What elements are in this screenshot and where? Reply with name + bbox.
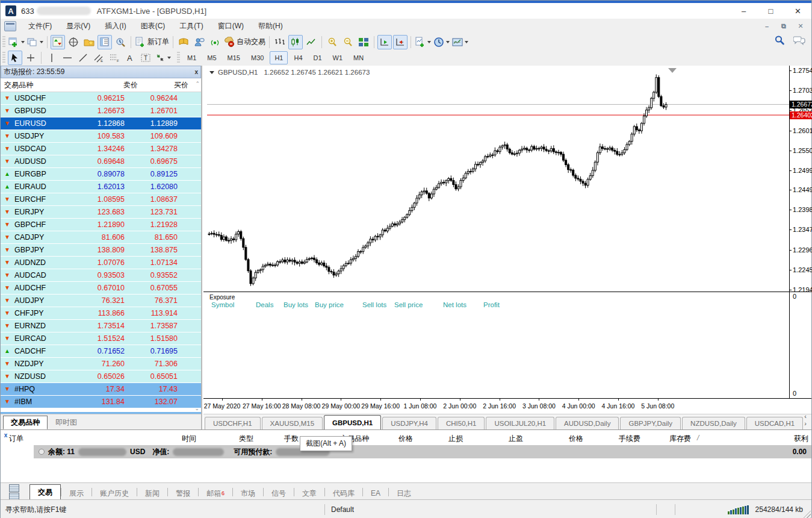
market-watch-row-USDCAD[interactable]: ▼USDCAD1.342461.34278 <box>1 143 201 155</box>
chart-tab-chi50-h1[interactable]: CHI50,H1 <box>438 417 485 429</box>
autoscroll-button[interactable] <box>377 35 392 49</box>
close-button[interactable]: ✕ <box>784 3 811 19</box>
market-watch-tab-ticks[interactable]: 即时图 <box>48 416 85 429</box>
zoom-in-button[interactable] <box>325 35 339 49</box>
chart-tab-usoiljul20-h1[interactable]: USOILJUL20,H1 <box>486 417 554 429</box>
bottom-tab-10[interactable]: EA <box>363 487 388 500</box>
market-watch-row-AUDNZD[interactable]: ▼AUDNZD1.070761.07134 <box>1 257 201 269</box>
bottom-tab-5[interactable]: 邮箱6 <box>199 487 232 500</box>
navigator-button[interactable] <box>82 35 96 49</box>
menu-item-6[interactable]: 帮助(H) <box>251 19 290 34</box>
bottom-tab-1[interactable]: 展示 <box>61 487 91 500</box>
bottom-tab-4[interactable]: 警报 <box>168 487 198 500</box>
column-sell[interactable]: 卖价 <box>84 80 138 90</box>
exposure-column-sell-lots[interactable]: Sell lots <box>362 301 386 308</box>
market-watch-row-AUDUSD[interactable]: ▼AUDUSD0.696480.69675 <box>1 155 201 168</box>
bottom-tab-9[interactable]: 代码库 <box>325 487 362 500</box>
balance-row[interactable]: 余额: 11 USD 净值: 可用预付款: 0.00 <box>34 445 811 458</box>
terminal-column-10[interactable]: 库存费 <box>643 434 691 444</box>
market-watch-row-EURUSD[interactable]: ▼EURUSD1.128681.12889 <box>1 117 201 130</box>
market-watch-row-EURGBP[interactable]: ▲EURGBP0.890780.89125 <box>1 168 201 181</box>
market-watch-row-NZDUSD[interactable]: ▼NZDUSD0.650260.65051 <box>1 370 201 383</box>
indicators-button[interactable] <box>414 35 432 49</box>
market-watch-row-CADJPY[interactable]: ▼CADJPY81.60681.650 <box>1 231 201 244</box>
market-watch-row-EURCAD[interactable]: ▼EURCAD1.515241.51580 <box>1 332 201 345</box>
terminal-column-11[interactable]: 获利 <box>760 434 808 444</box>
terminal-column-3[interactable]: 手数 <box>250 434 299 444</box>
terminal-column-7[interactable]: 止盈 <box>475 434 523 444</box>
chat-bubbles-icon[interactable] <box>793 35 805 46</box>
chat-button[interactable] <box>192 35 206 49</box>
bottom-tab-0[interactable]: 交易 <box>29 484 61 500</box>
chart-tabs-scroll-arrows[interactable]: ‹ › <box>804 413 807 429</box>
candles-button[interactable] <box>288 35 303 49</box>
timeframe-w1[interactable]: W1 <box>328 51 348 64</box>
chart-tab-usdjpy-h4[interactable]: USDJPY,H4 <box>382 417 436 429</box>
toolbar-grip[interactable] <box>2 36 5 48</box>
profiles-dropdown-icon[interactable] <box>40 41 43 43</box>
clock-button[interactable] <box>433 35 450 49</box>
mdi-minimize-button[interactable]: – <box>758 20 775 32</box>
exposure-column-profit[interactable]: Profit <box>483 301 500 308</box>
chart-tab-usdchf-h1[interactable]: USDCHF,H1 <box>205 417 261 429</box>
resize-grip[interactable] <box>802 510 811 518</box>
indicators-dropdown-icon[interactable] <box>427 41 431 43</box>
menu-item-0[interactable]: 文件(F) <box>21 19 59 34</box>
chart-tab-audusd-daily[interactable]: AUDUSD,Daily <box>556 417 619 429</box>
bottom-tab-3[interactable]: 新闻 <box>137 487 167 500</box>
arrows-button[interactable] <box>154 51 172 65</box>
market-watch-row-IBM[interactable]: ▼#IBM131.84132.07 <box>1 396 201 408</box>
exposure-column-buy-price[interactable]: Buy price <box>315 301 344 308</box>
bottom-tab-2[interactable]: 账户历史 <box>92 487 137 500</box>
market-watch-row-USDJPY[interactable]: ▼USDJPY109.583109.609 <box>1 130 201 143</box>
timeframe-d1[interactable]: D1 <box>309 51 327 64</box>
chart-tab-gbpusd-h1[interactable]: GBPUSD,H1 <box>324 415 381 429</box>
market-watch-row-AUDJPY[interactable]: ▼AUDJPY76.32176.371 <box>1 295 201 307</box>
trendline-button[interactable] <box>76 51 90 65</box>
terminal-column-9[interactable]: 手续费 <box>592 434 640 444</box>
data-window-button[interactable] <box>66 35 81 49</box>
chart-tab-nzdusd-daily[interactable]: NZDUSD,Daily <box>682 417 745 429</box>
new-order-button[interactable]: 新订单 <box>134 35 170 49</box>
scroll-down-icon[interactable]: ⌄ <box>194 405 199 411</box>
minimize-button[interactable]: – <box>730 3 757 19</box>
column-buy[interactable]: 买价 <box>138 80 188 90</box>
market-watch-row-USDCHF[interactable]: ▼USDCHF0.962150.96244 <box>1 92 201 105</box>
menu-item-1[interactable]: 显示(V) <box>59 19 98 34</box>
clock-dropdown-icon[interactable] <box>446 41 450 43</box>
timeframe-m30[interactable]: M30 <box>246 51 268 64</box>
market-watch-row-AUDCAD[interactable]: ▼AUDCAD0.935030.93552 <box>1 269 201 282</box>
exposure-column-symbol[interactable]: Symbol <box>211 301 234 308</box>
market-watch-row-EURNZD[interactable]: ▼EURNZD1.735141.73587 <box>1 320 201 332</box>
timeframe-m5[interactable]: M5 <box>202 51 221 64</box>
scroll-up-icon[interactable]: ⌃ <box>195 81 200 87</box>
timeframe-mn[interactable]: MN <box>349 51 368 64</box>
cursor-button[interactable] <box>8 51 22 65</box>
market-watch-row-AUDCHF[interactable]: ▼AUDCHF0.670100.67055 <box>1 282 201 295</box>
exposure-column-deals[interactable]: Deals <box>256 301 273 308</box>
new-chart-button[interactable] <box>8 35 25 49</box>
market-watch-row-GBPJPY[interactable]: ▼GBPJPY138.809138.875 <box>1 244 201 257</box>
fibo-button[interactable]: F <box>107 51 122 65</box>
vline-button[interactable] <box>45 51 59 65</box>
chart-tab-usdcad-h1[interactable]: USDCAD,H1 <box>746 417 803 429</box>
market-watch-close-icon[interactable]: x <box>194 69 198 75</box>
chart-tab-gbpjpy-daily[interactable]: GBPJPY,Daily <box>620 417 681 429</box>
market-watch-row-GBPCHF[interactable]: ▼GBPCHF1.218901.21928 <box>1 219 201 231</box>
terminal-column-5[interactable]: 价格 <box>365 434 413 444</box>
market-watch-row-EURJPY[interactable]: ▼EURJPY123.683123.731 <box>1 206 201 219</box>
label-t-button[interactable]: T <box>138 51 153 65</box>
arrows-dropdown-icon[interactable] <box>167 57 171 59</box>
terminal-column-1[interactable]: 时间 <box>148 434 196 444</box>
editor-button[interactable] <box>176 35 191 49</box>
search-icon[interactable] <box>774 35 785 46</box>
terminal-column-8[interactable]: 价格 <box>535 434 583 444</box>
template-button[interactable] <box>451 35 469 49</box>
tile-button[interactable] <box>356 35 371 49</box>
market-watch-row-HPQ[interactable]: ▼#HPQ17.3417.43 <box>1 383 201 396</box>
bottom-tab-11[interactable]: 日志 <box>389 487 419 500</box>
menu-item-5[interactable]: 窗口(W) <box>211 19 251 34</box>
terminal-column-0[interactable]: 订单 <box>9 434 23 444</box>
tester-button[interactable] <box>113 35 128 49</box>
channel-button[interactable]: E <box>91 51 106 65</box>
